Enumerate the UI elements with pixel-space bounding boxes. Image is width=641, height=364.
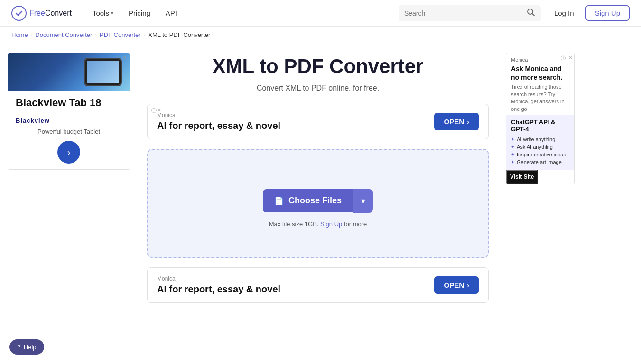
monica-tagline: AI for report, essay & novel <box>157 120 280 131</box>
search-input[interactable] <box>404 9 523 17</box>
ad-blackview-logo: Blackview <box>16 113 122 124</box>
monica-open-button-bottom[interactable]: OPEN › <box>434 276 479 294</box>
right-ad-box: ⓘ ✕ Monica Ask Monica and no more search… <box>506 53 575 184</box>
ad-close-icon[interactable]: ✕ <box>122 55 127 61</box>
diamond-icon-4: ✦ <box>511 160 515 164</box>
right-ad-features: ChatGPT API & GPT-4 ✦ AI write anything … <box>506 115 574 170</box>
login-button[interactable]: Log In <box>548 5 580 21</box>
logo-icon <box>11 6 27 21</box>
right-ad-close-icon[interactable]: ✕ <box>568 55 572 60</box>
nav-tools[interactable]: Tools ▾ <box>87 5 119 21</box>
monica-ad-info-icon[interactable]: ⓘ <box>151 107 157 114</box>
choose-files-row: 📄 Choose Files ▾ <box>263 189 373 213</box>
monica-open-button[interactable]: OPEN › <box>434 113 479 130</box>
logo[interactable]: FreeConvert <box>11 6 72 21</box>
chevron-right-icon-bottom: › <box>467 281 469 289</box>
left-ad-box: ⓘ ✕ Blackview Tab 18 Blackview Powerful … <box>8 53 130 170</box>
breadcrumb-sep-3: › <box>144 32 146 38</box>
tablet-image <box>84 58 122 86</box>
right-ad-features-title: ChatGPT API & GPT-4 <box>511 118 569 133</box>
main-nav: Tools ▾ Pricing API <box>87 5 399 21</box>
right-advertisement: ⓘ ✕ Monica Ask Monica and no more search… <box>498 43 574 324</box>
right-ad-title: Ask Monica and no more search. <box>511 64 569 82</box>
diamond-icon-1: ✦ <box>511 137 515 142</box>
search-area <box>399 5 541 21</box>
breadcrumb-sep-2: › <box>95 32 97 38</box>
right-ad-cta-button[interactable]: Visit Site <box>506 170 538 184</box>
right-ad-feature-1: ✦ AI write anything <box>511 136 569 143</box>
right-ad-feature-4: ✦ Generate art image <box>511 158 569 166</box>
svg-point-1 <box>528 9 533 14</box>
file-upload-icon: 📄 <box>274 196 284 205</box>
monica-banner-bottom: Monica AI for report, essay & novel OPEN… <box>147 267 489 303</box>
tablet-screen <box>87 61 119 83</box>
right-ad-top: Monica Ask Monica and no more search. Ti… <box>506 53 574 115</box>
chevron-right-icon: › <box>467 118 469 126</box>
nav-api[interactable]: API <box>160 5 183 21</box>
header: FreeConvert Tools ▾ Pricing API Log In S… <box>0 0 641 27</box>
ad-content: Blackview Tab 18 Blackview Powerful budg… <box>8 91 130 169</box>
logo-text: FreeConvert <box>29 9 72 18</box>
choose-files-button[interactable]: 📄 Choose Files <box>263 189 353 212</box>
page-subtitle: Convert XML to PDF online, for free. <box>147 84 489 92</box>
auth-area: Log In Sign Up <box>548 5 630 21</box>
right-ad-feature-3: ✦ Inspire creative ideas <box>511 151 569 158</box>
monica-ad-close-icon[interactable]: ✕ <box>157 107 161 113</box>
upload-area: 📄 Choose Files ▾ Max file size 1GB. Sign… <box>147 149 489 258</box>
signup-button[interactable]: Sign Up <box>585 5 630 21</box>
ad-image <box>8 53 130 91</box>
arrow-right-icon: › <box>67 147 71 158</box>
diamond-icon-3: ✦ <box>511 152 515 157</box>
upload-signup-link[interactable]: Sign Up <box>320 220 342 228</box>
breadcrumb-home[interactable]: Home <box>11 31 28 38</box>
monica-banner-top: ⓘ ✕ Monica AI for report, essay & novel … <box>147 104 489 139</box>
choose-files-dropdown-button[interactable]: ▾ <box>353 189 373 213</box>
chevron-down-icon: ▾ <box>111 10 113 16</box>
monica-banner-bottom-text: Monica AI for report, essay & novel <box>157 275 280 295</box>
search-button[interactable] <box>527 8 535 18</box>
monica-tagline-bottom: AI for report, essay & novel <box>157 284 280 295</box>
upload-info: Max file size 1GB. Sign Up for more <box>269 220 367 228</box>
right-ad-feature-2: ✦ Ask AI anything <box>511 143 569 151</box>
ad-brand: Blackview Tab 18 <box>16 97 122 109</box>
breadcrumb-sep-1: › <box>31 32 33 38</box>
dropdown-chevron-icon: ▾ <box>361 196 365 206</box>
diamond-icon-2: ✦ <box>511 145 515 149</box>
svg-point-0 <box>12 6 26 20</box>
monica-banner-text: Monica AI for report, essay & novel <box>157 112 280 131</box>
breadcrumb-pdf-converter[interactable]: PDF Converter <box>100 31 141 38</box>
left-advertisement: ⓘ ✕ Blackview Tab 18 Blackview Powerful … <box>0 43 138 324</box>
main-content: XML to PDF Converter Convert XML to PDF … <box>138 43 498 324</box>
right-ad-description: Tired of reading those search results? T… <box>511 83 569 113</box>
search-icon <box>527 8 535 17</box>
page-layout: ⓘ ✕ Blackview Tab 18 Blackview Powerful … <box>0 43 641 324</box>
ad-cta-button[interactable]: › <box>57 141 80 164</box>
right-ad-info-icon[interactable]: ⓘ <box>561 55 566 62</box>
ad-description: Powerful budget Tablet <box>16 128 122 135</box>
monica-label-bottom: Monica <box>157 275 280 282</box>
breadcrumb-document-converter[interactable]: Document Converter <box>35 31 92 38</box>
breadcrumb-current: XML to PDF Converter <box>148 31 210 38</box>
monica-label: Monica <box>157 112 280 118</box>
page-title: XML to PDF Converter <box>147 55 489 78</box>
breadcrumb: Home › Document Converter › PDF Converte… <box>0 27 641 43</box>
nav-pricing[interactable]: Pricing <box>123 5 156 21</box>
